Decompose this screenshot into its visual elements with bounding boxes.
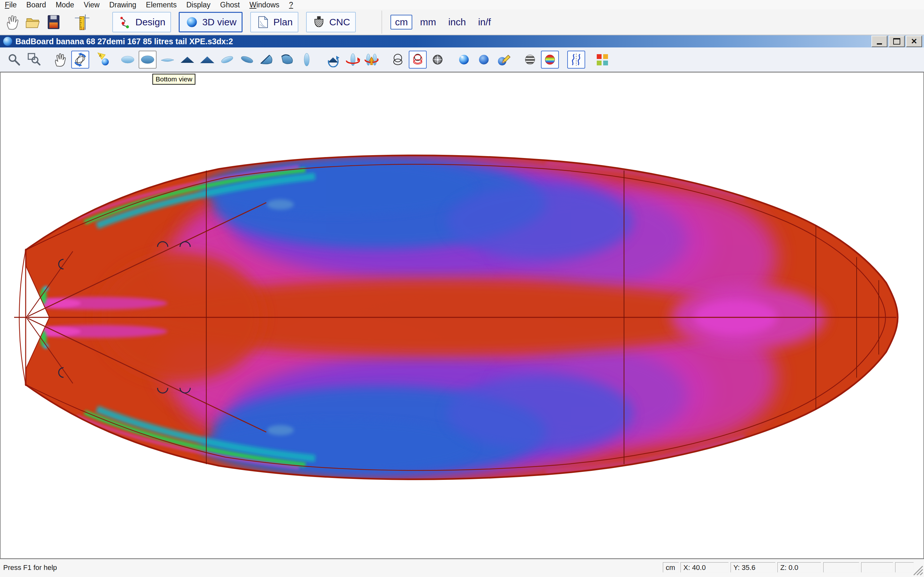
rotate-view-icon[interactable]	[71, 51, 89, 69]
status-panel-empty-1	[823, 562, 859, 572]
menu-help[interactable]: ?	[284, 0, 298, 10]
menu-board[interactable]: Board	[21, 0, 51, 10]
unit-inf[interactable]: in/f	[473, 15, 495, 29]
status-bar: Press F1 for help cm X: 40.0 Y: 35.6 Z: …	[0, 559, 924, 577]
save-icon[interactable]	[44, 13, 63, 31]
menu-view[interactable]: View	[79, 0, 104, 10]
tooltip: Bottom view	[152, 74, 195, 85]
painted-view-icon[interactable]	[495, 51, 513, 69]
status-help-text: Press F1 for help	[3, 564, 57, 572]
menu-elements[interactable]: Elements	[141, 0, 182, 10]
design-button-label: Design	[136, 17, 165, 27]
svg-text:A: A	[99, 53, 102, 57]
plan-button-label: Plan	[273, 17, 292, 27]
quarter-back-view-icon[interactable]	[278, 51, 296, 69]
shaded-view-icon[interactable]	[455, 51, 473, 69]
ruler-icon[interactable]: 1 0	[73, 13, 91, 31]
outline-view-icon[interactable]	[298, 51, 316, 69]
3d-view-button[interactable]: 3D view	[179, 12, 242, 32]
menu-file[interactable]: File	[0, 0, 21, 10]
cnc-button-label: CNC	[329, 17, 350, 27]
design-button[interactable]: Design	[112, 12, 171, 32]
unit-mm[interactable]: mm	[415, 15, 441, 29]
svg-text:1 0: 1 0	[81, 27, 84, 30]
striped-view-icon[interactable]	[521, 51, 539, 69]
color-squares-icon[interactable]	[594, 51, 612, 69]
hand-tool-icon[interactable]	[3, 13, 22, 31]
status-x-coordinate: X: 40.0	[680, 562, 729, 572]
quarter-front-view-icon[interactable]	[258, 51, 276, 69]
minimize-icon	[877, 43, 882, 45]
colormap-view-icon[interactable]	[541, 51, 559, 69]
zoom-icon[interactable]	[5, 51, 23, 69]
zoom-window-icon[interactable]	[25, 51, 43, 69]
rotate-front-view-icon[interactable]	[324, 51, 342, 69]
side-view-icon[interactable]	[158, 51, 176, 69]
resize-grip[interactable]	[911, 564, 923, 576]
design-canvas[interactable]	[0, 72, 924, 559]
open-folder-icon[interactable]	[24, 13, 42, 31]
perspective-bottom-view-icon[interactable]	[238, 51, 256, 69]
plan-icon	[256, 15, 270, 29]
menu-ghost[interactable]: Ghost	[215, 0, 244, 10]
wireframe-view-icon[interactable]	[389, 51, 407, 69]
3d-view-button-label: 3D view	[202, 17, 236, 27]
close-icon: ✕	[911, 37, 917, 45]
top-view-icon[interactable]	[119, 51, 137, 69]
status-unit: cm	[663, 562, 679, 572]
minimize-button[interactable]	[871, 35, 887, 47]
spin-view-icon[interactable]	[344, 51, 362, 69]
menu-windows[interactable]: Windows	[244, 0, 284, 10]
light-icon[interactable]: A	[95, 51, 113, 69]
cnc-button[interactable]: CNC	[306, 12, 356, 32]
spin-up-view-icon[interactable]	[363, 51, 381, 69]
document-title: BadBoard banana 68 27demi 167 85 litres …	[15, 37, 233, 46]
maximize-icon	[893, 38, 900, 45]
cnc-icon	[312, 15, 326, 29]
board-bottom-view-rendering	[1, 73, 923, 558]
mesh-view-icon[interactable]	[429, 51, 447, 69]
menu-mode[interactable]: Mode	[51, 0, 79, 10]
maximize-button[interactable]	[889, 35, 905, 47]
status-z-coordinate: Z: 0.0	[777, 562, 821, 572]
back-view-icon[interactable]	[198, 51, 216, 69]
front-view-icon[interactable]	[178, 51, 196, 69]
view-toolbar: A	[0, 47, 924, 72]
document-titlebar[interactable]: BadBoard banana 68 27demi 167 85 litres …	[0, 35, 924, 47]
solid-view-icon[interactable]	[475, 51, 493, 69]
menu-drawing[interactable]: Drawing	[104, 0, 141, 10]
main-toolbar: 1 0 Design 3D view Plan CNC	[0, 10, 924, 35]
bottom-view-icon[interactable]	[139, 51, 157, 69]
application-window: File Board Mode View Drawing Elements Di…	[0, 0, 924, 577]
menu-bar: File Board Mode View Drawing Elements Di…	[0, 0, 924, 10]
design-icon	[118, 15, 132, 29]
sphere-icon	[185, 15, 199, 29]
status-panel-empty-2	[861, 562, 893, 572]
plan-button[interactable]: Plan	[250, 12, 298, 32]
pan-hand-icon[interactable]	[51, 51, 69, 69]
close-button[interactable]: ✕	[906, 35, 922, 47]
document-icon	[3, 37, 12, 46]
unit-cm[interactable]: cm	[391, 15, 412, 29]
perspective-top-view-icon[interactable]	[218, 51, 236, 69]
status-y-coordinate: Y: 35.6	[730, 562, 775, 572]
flow-lines-icon[interactable]	[567, 51, 585, 69]
wireframe-red-view-icon[interactable]	[409, 51, 427, 69]
unit-selector: cm mm inch in/f	[381, 11, 499, 34]
unit-inch[interactable]: inch	[444, 15, 470, 29]
menu-display[interactable]: Display	[182, 0, 215, 10]
